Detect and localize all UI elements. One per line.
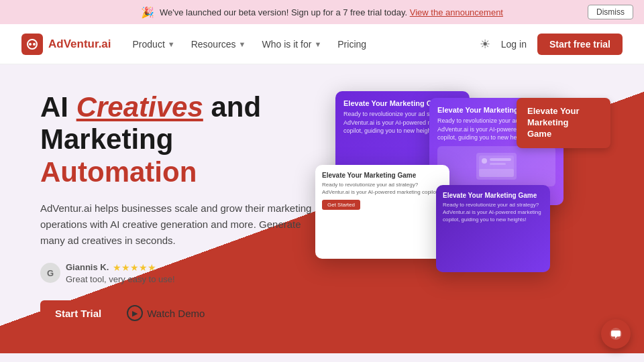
nav-resources[interactable]: Resources ▼ — [191, 39, 246, 50]
card-back2-body: Ready to revolutionize your ad strategy?… — [322, 181, 443, 196]
headline-automation: Automation — [40, 156, 197, 188]
card-back2-cta[interactable]: Get Started — [322, 200, 360, 210]
card-back2-title: Elevate Your Marketing Game — [322, 172, 443, 179]
login-button[interactable]: Log in — [501, 39, 527, 50]
main-nav: Product ▼ Resources ▼ Who is it for ▼ Pr… — [133, 39, 480, 50]
hero-section: AI Creatives and Marketing Automation Ad… — [0, 64, 644, 353]
banner-link[interactable]: View the announcement — [410, 7, 503, 17]
svg-rect-8 — [479, 169, 514, 177]
elevate-line1: Elevate Your Marketing — [527, 106, 580, 127]
dismiss-button[interactable]: Dismiss — [588, 5, 633, 19]
card-main-image — [437, 146, 555, 186]
svg-rect-7 — [490, 163, 506, 165]
svg-rect-6 — [490, 158, 511, 161]
announcement-banner: 🎉 We've launched our beta version! Sign … — [0, 0, 644, 24]
banner-text: We've launched our beta version! Sign up… — [160, 7, 407, 17]
review-content: Giannis K. ★★★★★ Great tool, very easy t… — [66, 262, 175, 284]
logo[interactable]: AdVentur.ai — [21, 34, 111, 55]
play-icon: ▶ — [127, 305, 143, 321]
review-stars: ★★★★★ — [113, 262, 156, 273]
nav-product[interactable]: Product ▼ — [133, 39, 175, 50]
svg-point-2 — [33, 43, 36, 46]
nav-pricing[interactable]: Pricing — [337, 39, 366, 50]
hero-subtitle: AdVentur.ai helps businesses scale and g… — [40, 200, 322, 249]
start-free-trial-button[interactable]: Start free trial — [537, 34, 623, 55]
review-avatar: G — [40, 263, 60, 283]
cta-row: Start Trial ▶ Watch Demo — [40, 300, 322, 326]
banner-icon: 🎉 — [141, 6, 154, 19]
review-block: G Giannis K. ★★★★★ Great tool, very easy… — [40, 262, 322, 284]
svg-point-5 — [482, 158, 487, 164]
nav-who-is-it-for[interactable]: Who is it for ▼ — [262, 39, 321, 50]
hero-watch-demo-button[interactable]: ▶ Watch Demo — [127, 305, 205, 321]
nav-right: ☀ Log in Start free trial — [480, 34, 623, 55]
chat-bubble[interactable] — [601, 319, 631, 349]
svg-point-1 — [29, 43, 32, 46]
card-front-title: Elevate Your Marketing Game — [443, 192, 543, 199]
navbar: AdVentur.ai Product ▼ Resources ▼ Who is… — [0, 24, 644, 64]
elevate-line2: Game — [527, 129, 551, 139]
elevate-overlay: Elevate Your Marketing Game — [517, 98, 610, 148]
review-text: Great tool, very easy to use! — [66, 274, 175, 284]
hero-start-trial-button[interactable]: Start Trial — [40, 300, 116, 326]
product-card-front: Elevate Your Marketing Game Ready to rev… — [436, 185, 550, 272]
logo-text: AdVentur.ai — [48, 38, 111, 51]
theme-toggle-button[interactable]: ☀ — [480, 37, 490, 52]
hero-right: Elevate Your Marketing Game Ready to rev… — [322, 91, 604, 279]
hero-headline: AI Creatives and Marketing Automation — [40, 91, 322, 188]
logo-icon — [21, 34, 43, 55]
card-front-body: Ready to revolutionize your ad strategy?… — [443, 201, 543, 224]
product-card-back2: Elevate Your Marketing Game Ready to rev… — [315, 165, 449, 259]
reviewer-name: Giannis K. — [66, 262, 109, 272]
bottom-section: The only solution you need to market you… — [0, 353, 644, 362]
watch-demo-label: Watch Demo — [147, 308, 205, 319]
headline-creatives: Creatives — [76, 91, 203, 123]
hero-left: AI Creatives and Marketing Automation Ad… — [40, 91, 322, 326]
